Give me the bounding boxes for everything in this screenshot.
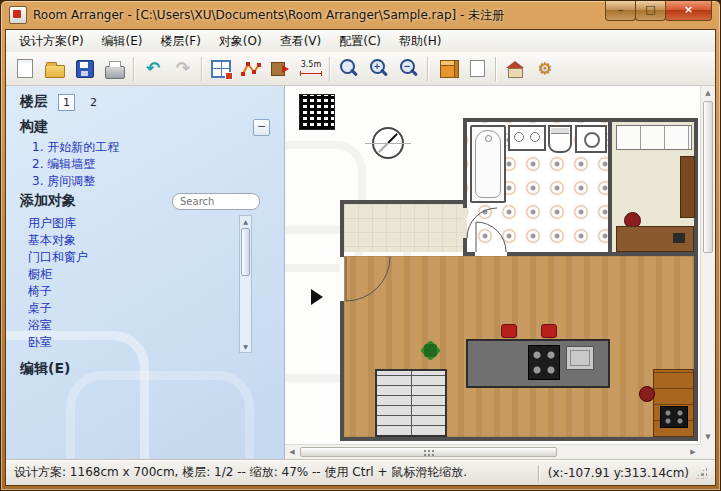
room-grid-icon [211,60,231,78]
edit-walls-button[interactable] [236,55,266,83]
copy-pages-icon [470,60,485,77]
menu-edit[interactable]: 编辑(E) [93,31,152,52]
menu-view[interactable]: 查看(V) [271,31,331,52]
wardrobe-top[interactable] [616,125,692,150]
zoom-out-button[interactable]: − [394,55,424,83]
build-step-adjust-rooms[interactable]: 3. 房间调整 [32,173,119,190]
desk[interactable] [616,226,694,252]
bar-stool[interactable] [501,324,517,338]
options-button[interactable] [530,55,560,83]
scroll-left-icon[interactable]: ◀ [285,445,299,459]
build-step-new-project[interactable]: 1. 开始新的工程 [32,139,119,156]
client-area: 设计方案(P) 编辑(E) 楼层(F) 对象(O) 查看(V) 配置(C) 帮助… [5,29,716,486]
view-3d-button[interactable] [432,55,462,83]
titlebar[interactable]: Room Arranger - [C:\Users\XU\Documents\R… [1,1,720,29]
build-section-label: 构建 [20,118,48,136]
new-room-button[interactable] [206,55,236,83]
scroll-down-icon[interactable]: ▼ [240,341,251,352]
new-document-icon [17,59,33,78]
status-bar: 设计方案: 1168cm x 700cm, 楼层: 1/2 -- 缩放: 47%… [6,459,715,485]
menu-config[interactable]: 配置(C) [330,31,390,52]
floor-plan[interactable] [285,86,700,444]
list-scrollbar[interactable]: ▲ ▼ [239,215,252,353]
category-cabinets[interactable]: 橱柜 [28,266,88,283]
menu-bar: 设计方案(P) 编辑(E) 楼层(F) 对象(O) 查看(V) 配置(C) 帮助… [6,30,715,53]
search-input[interactable] [172,193,260,210]
category-bathroom[interactable]: 浴室 [28,317,88,334]
redo-icon: ↷ [176,60,190,77]
toolbar-separator [133,57,135,81]
category-bedroom[interactable]: 卧室 [28,334,88,351]
measure-icon: 3.5m [300,61,322,76]
bathtub[interactable] [470,125,506,203]
category-tables[interactable]: 桌子 [28,300,88,317]
menu-object[interactable]: 对象(O) [210,31,271,52]
app-window: Room Arranger - [C:\Users\XU\Documents\R… [0,0,721,491]
gear-icon [538,59,552,78]
menu-help[interactable]: 帮助(H) [390,31,450,52]
wall-path-icon [241,60,261,78]
magnifier-minus-icon: − [400,59,419,78]
sink-vanity[interactable] [508,125,546,151]
minimize-button[interactable]: – [605,1,636,21]
oven[interactable] [660,406,688,428]
toolbar: ↶ ↷ 3.5m + [6,52,715,86]
status-divider [538,465,540,481]
vertical-scroll-thumb[interactable] [703,101,713,253]
edit-section-label: 编辑(E) [20,360,70,376]
horizontal-scrollbar[interactable]: ◀ ▶ [285,444,700,459]
open-folder-icon [45,65,65,78]
home-button[interactable] [500,55,530,83]
menu-design[interactable]: 设计方案(P) [10,31,93,52]
category-basic-objects[interactable]: 基本对象 [28,232,88,249]
menu-floor[interactable]: 楼层(F) [152,31,210,52]
bar-stool[interactable] [541,324,557,338]
print-button[interactable] [100,55,130,83]
scrollbar-corner [700,444,715,459]
floor-tab-1[interactable]: 1 [58,94,75,111]
horizontal-scroll-thumb[interactable] [300,447,557,457]
toilet[interactable] [548,125,572,153]
position-marker [311,289,323,305]
resize-grip[interactable] [695,467,707,479]
collapse-button[interactable]: − [253,119,270,136]
toolbar-separator [201,57,203,81]
cursor-coordinates: (x:-107.91 y:313.14cm) [548,466,689,480]
add-objects-section-label: 添加对象 [20,192,76,210]
zoom-in-button[interactable]: + [364,55,394,83]
category-doors-windows[interactable]: 门口和窗户 [28,249,88,266]
maximize-button[interactable]: □ [635,1,666,21]
staircase[interactable] [375,369,447,437]
magnifier-plus-icon: + [370,59,389,78]
insert-object-button[interactable] [266,55,296,83]
measure-button[interactable]: 3.5m [296,55,326,83]
stove[interactable] [528,345,560,380]
floor-section-label: 楼层 [20,93,48,111]
open-file-button[interactable] [40,55,70,83]
build-step-edit-walls[interactable]: 2. 编辑墙壁 [32,156,119,173]
close-button[interactable]: × [665,1,712,21]
undo-button[interactable]: ↶ [138,55,168,83]
vertical-scrollbar[interactable]: ▲ ▼ [700,86,715,444]
save-button[interactable] [70,55,100,83]
scroll-right-icon[interactable]: ▶ [686,445,700,459]
plan-canvas[interactable]: ▲ ▼ ◀ ▶ [285,86,715,459]
zoom-button[interactable] [334,55,364,83]
category-user-library[interactable]: 用户图库 [28,215,88,232]
redo-button[interactable]: ↷ [168,55,198,83]
print-icon [105,66,125,79]
kitchen-sink[interactable] [566,346,594,370]
status-message: 设计方案: 1168cm x 700cm, 楼层: 1/2 -- 缩放: 47%… [14,464,530,481]
scrollbar-thumb[interactable] [241,228,250,276]
category-chairs[interactable]: 椅子 [28,283,88,300]
red-chair[interactable] [639,386,655,402]
copies-button[interactable] [462,55,492,83]
scroll-up-icon[interactable]: ▲ [240,216,251,227]
cabinet-tall[interactable] [680,156,695,218]
window-title: Room Arranger - [C:\Users\XU\Documents\R… [33,7,504,24]
floor-tab-2[interactable]: 2 [85,94,102,111]
scroll-down-icon[interactable]: ▼ [701,430,715,444]
new-document-button[interactable] [10,55,40,83]
washing-machine[interactable] [575,125,607,153]
scroll-up-icon[interactable]: ▲ [701,86,715,100]
